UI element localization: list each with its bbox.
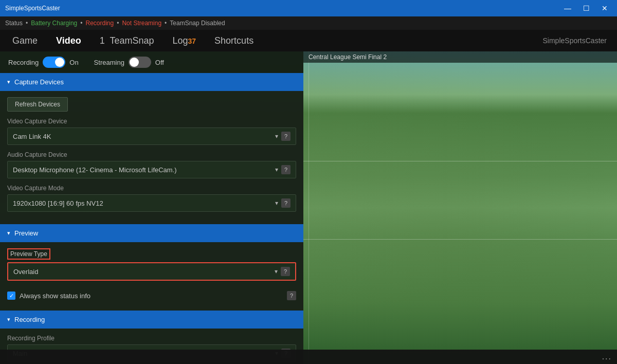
recording-controls: Recording On Streaming Off — [0, 51, 303, 73]
video-capture-dropdown[interactable]: Cam Link 4K ▾ ? — [7, 128, 296, 145]
dropdown-controls: ▾ ? — [275, 165, 291, 174]
chevron-down-icon: ▾ — [275, 133, 278, 140]
tab-shortcuts[interactable]: Shortcuts — [205, 31, 263, 50]
streaming-toggle[interactable] — [129, 57, 151, 68]
chevron-down-icon: ▾ — [7, 230, 10, 236]
preview-content: Preview Type Overlaid ▾ ? ✓ Always show … — [0, 242, 303, 311]
app-title: SimpleSportsCaster — [5, 5, 60, 12]
capture-devices-title: Capture Devices — [14, 78, 64, 86]
preview-type-label: Preview Type — [7, 248, 50, 260]
help-button[interactable]: ? — [281, 198, 291, 208]
chevron-down-icon: ▾ — [275, 199, 278, 207]
help-button[interactable]: ? — [287, 291, 296, 300]
preview-type-dropdown[interactable]: Overlaid ▾ ? — [7, 262, 296, 281]
tab-log[interactable]: Log37 — [163, 31, 205, 50]
recording-section-title: Recording — [14, 316, 45, 323]
help-button[interactable]: ? — [281, 165, 291, 174]
bottombar: ... — [0, 350, 617, 364]
app-container: Status • Battery Charging • Recording • … — [0, 16, 617, 364]
toggle-knob — [130, 58, 139, 67]
dropdown-controls: ▾ ? — [275, 267, 290, 276]
nav-logo: SimpleSportsCaster — [543, 37, 607, 45]
chevron-down-icon: ▾ — [275, 166, 278, 173]
tab-game[interactable]: Game — [3, 31, 47, 50]
checkbox-left: ✓ Always show status info — [7, 292, 90, 300]
video-mode-dropdown[interactable]: 1920x1080 [16:9] 60 fps NV12 ▾ ? — [7, 194, 296, 212]
recording-label: Recording — [8, 59, 39, 66]
help-button[interactable]: ? — [281, 267, 290, 276]
refresh-devices-button[interactable]: Refresh Devices — [7, 97, 68, 112]
preview-title: Preview — [14, 229, 38, 237]
video-mode-group: Video Capture Mode 1920x1080 [16:9] 60 f… — [7, 185, 296, 212]
always-show-row: ✓ Always show status info ? — [7, 287, 296, 304]
game-title-bar: Central League Semi Final 2 — [303, 51, 617, 63]
dropdown-controls: ▾ ? — [275, 198, 291, 208]
video-capture-value: Cam Link 4K — [13, 133, 51, 140]
streaming-state: Off — [155, 59, 164, 66]
teamsnap-status: TeamSnap Disabled — [170, 20, 225, 27]
game-title: Central League Semi Final 2 — [308, 53, 387, 61]
video-capture-group: Video Capture Device Cam Link 4K ▾ ? — [7, 118, 296, 145]
dropdown-controls: ▾ ? — [275, 132, 291, 141]
streaming-toggle-group: Streaming Off — [94, 57, 164, 68]
settings-panel: Recording On Streaming Off ▾ Captur — [0, 51, 303, 364]
minimize-button[interactable]: — — [560, 3, 575, 13]
titlebar: SimpleSportsCaster — ☐ ✕ — [0, 0, 617, 16]
video-mode-value: 1920x1080 [16:9] 60 fps NV12 — [13, 199, 103, 207]
streaming-status: Not Streaming — [122, 20, 161, 27]
statusbar: Status • Battery Charging • Recording • … — [0, 16, 617, 30]
battery-status: Battery Charging — [31, 20, 77, 27]
log-badge: 37 — [188, 37, 196, 45]
recording-section-header[interactable]: ▾ Recording — [0, 311, 303, 329]
status-label: Status — [5, 20, 23, 27]
recording-status: Recording — [85, 20, 114, 27]
audio-capture-dropdown[interactable]: Desktop Microphone (12- Cinema - Microso… — [7, 161, 296, 178]
window-controls: — ☐ ✕ — [560, 3, 612, 13]
field-line — [308, 51, 309, 364]
video-capture-label: Video Capture Device — [7, 118, 296, 125]
main-content: Central League Semi Final 2 Recording On… — [0, 51, 617, 364]
nav-tabs: Game Video 1 TeamSnap Log37 Shortcuts Si… — [0, 30, 617, 51]
chevron-down-icon: ▾ — [7, 316, 10, 323]
preview-type-group: Preview Type Overlaid ▾ ? — [7, 248, 296, 281]
maximize-button[interactable]: ☐ — [579, 3, 593, 13]
chevron-down-icon: ▾ — [275, 268, 278, 275]
tab-video[interactable]: Video — [47, 31, 90, 50]
toggle-knob — [55, 58, 64, 67]
video-mode-label: Video Capture Mode — [7, 185, 296, 192]
help-button[interactable]: ? — [281, 132, 291, 141]
recording-state: On — [69, 59, 78, 66]
preview-type-value: Overlaid — [13, 268, 38, 276]
chevron-down-icon: ▾ — [7, 79, 10, 85]
audio-capture-group: Audio Capture Device Desktop Microphone … — [7, 151, 296, 178]
recording-toggle-group: Recording On — [8, 57, 79, 68]
close-button[interactable]: ✕ — [597, 3, 612, 13]
audio-capture-label: Audio Capture Device — [7, 151, 296, 158]
streaming-label: Streaming — [94, 59, 124, 66]
preview-header[interactable]: ▾ Preview — [0, 224, 303, 242]
recording-toggle[interactable] — [43, 57, 65, 68]
always-show-label: Always show status info — [20, 292, 90, 300]
recording-profile-label: Recording Profile — [7, 335, 296, 342]
audio-capture-value: Desktop Microphone (12- Cinema - Microso… — [13, 166, 177, 174]
always-show-checkbox[interactable]: ✓ — [7, 292, 15, 300]
more-button[interactable]: ... — [602, 352, 612, 361]
tab-teamsnap[interactable]: 1 TeamSnap — [90, 31, 164, 50]
capture-devices-content: Refresh Devices Video Capture Device Cam… — [0, 91, 303, 224]
capture-devices-header[interactable]: ▾ Capture Devices — [0, 73, 303, 91]
